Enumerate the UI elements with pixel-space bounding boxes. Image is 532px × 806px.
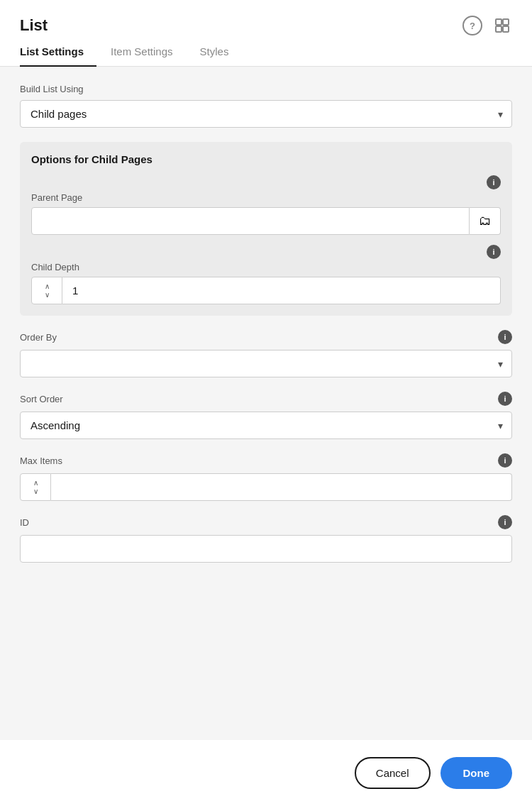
id-info-icon[interactable]: i bbox=[498, 515, 512, 529]
page-title: List bbox=[20, 16, 48, 35]
expand-icon[interactable] bbox=[492, 16, 512, 35]
tab-item-settings[interactable]: Item Settings bbox=[111, 35, 186, 66]
child-depth-info-row: i bbox=[31, 245, 501, 259]
max-items-stepper: ∧ ∨ bbox=[20, 473, 512, 501]
tab-list-settings[interactable]: List Settings bbox=[20, 35, 96, 66]
sort-order-label: Sort Order bbox=[20, 394, 63, 404]
order-by-info-icon[interactable]: i bbox=[498, 330, 512, 344]
tabs-bar: List Settings Item Settings Styles bbox=[0, 35, 532, 67]
max-items-stepper-button[interactable]: ∧ ∨ bbox=[20, 473, 51, 501]
id-field: ID i bbox=[20, 515, 512, 563]
parent-page-field: i Parent Page 🗂 bbox=[31, 175, 501, 235]
sort-order-select[interactable]: Ascending Descending bbox=[21, 412, 511, 438]
child-depth-stepper: ∧ ∨ bbox=[31, 277, 501, 304]
tab-styles[interactable]: Styles bbox=[200, 35, 242, 66]
max-items-field: Max Items i ∧ ∨ bbox=[20, 453, 512, 501]
panel: List ? List Settings Item Settings Style… bbox=[0, 0, 532, 806]
child-depth-label: Child Depth bbox=[31, 262, 501, 272]
svg-rect-3 bbox=[503, 26, 509, 32]
sort-order-field: Sort Order i Ascending Descending ▾ bbox=[20, 392, 512, 439]
build-list-label: Build List Using bbox=[20, 84, 512, 94]
folder-icon: 🗂 bbox=[479, 214, 492, 228]
cancel-button[interactable]: Cancel bbox=[355, 757, 431, 789]
parent-page-input[interactable] bbox=[31, 207, 470, 235]
build-list-select-wrapper: Child pages Custom query All pages ▾ bbox=[20, 100, 512, 128]
svg-rect-1 bbox=[503, 19, 509, 25]
id-header: ID i bbox=[20, 515, 512, 529]
max-items-header: Max Items i bbox=[20, 453, 512, 468]
up-arrow-icon: ∧ bbox=[45, 282, 50, 291]
max-items-input[interactable] bbox=[51, 473, 512, 501]
order-by-field: Order By i Title Date Author ▾ bbox=[20, 330, 512, 377]
build-list-field: Build List Using Child pages Custom quer… bbox=[20, 84, 512, 128]
help-icon[interactable]: ? bbox=[462, 16, 482, 35]
order-by-label: Order By bbox=[20, 332, 57, 343]
max-items-up-icon: ∧ bbox=[33, 479, 38, 487]
footer-buttons: Cancel Done bbox=[0, 740, 532, 806]
sort-order-select-wrapper: Ascending Descending ▾ bbox=[20, 412, 512, 439]
panel-header: List ? bbox=[0, 0, 532, 35]
build-list-select[interactable]: Child pages Custom query All pages bbox=[21, 101, 511, 127]
sort-order-info-icon[interactable]: i bbox=[498, 392, 512, 406]
svg-rect-0 bbox=[496, 19, 501, 25]
id-input[interactable] bbox=[20, 535, 512, 563]
order-by-header: Order By i bbox=[20, 330, 512, 344]
header-icons: ? bbox=[462, 16, 512, 35]
order-by-select-wrapper: Title Date Author ▾ bbox=[20, 350, 512, 377]
child-depth-field: i Child Depth ∧ ∨ bbox=[31, 245, 501, 304]
parent-page-folder-button[interactable]: 🗂 bbox=[470, 207, 501, 235]
form-content: Build List Using Child pages Custom quer… bbox=[0, 67, 532, 788]
parent-page-input-group: 🗂 bbox=[31, 207, 501, 235]
done-button[interactable]: Done bbox=[440, 757, 513, 789]
parent-page-info-row: i bbox=[31, 175, 501, 189]
id-label: ID bbox=[20, 517, 29, 528]
max-items-info-icon[interactable]: i bbox=[498, 453, 512, 468]
child-depth-input[interactable] bbox=[62, 277, 501, 304]
order-by-select[interactable]: Title Date Author bbox=[21, 350, 511, 377]
down-arrow-icon: ∨ bbox=[45, 291, 50, 299]
sort-order-header: Sort Order i bbox=[20, 392, 512, 406]
max-items-label: Max Items bbox=[20, 456, 62, 466]
child-depth-info-icon[interactable]: i bbox=[487, 245, 501, 259]
parent-page-label: Parent Page bbox=[31, 192, 501, 203]
max-items-down-icon: ∨ bbox=[33, 487, 38, 496]
child-pages-section: Options for Child Pages i Parent Page 🗂 … bbox=[20, 142, 512, 316]
child-depth-stepper-button[interactable]: ∧ ∨ bbox=[31, 277, 62, 304]
parent-page-info-icon[interactable]: i bbox=[487, 175, 501, 189]
svg-rect-2 bbox=[496, 26, 501, 32]
child-pages-section-title: Options for Child Pages bbox=[31, 153, 501, 165]
